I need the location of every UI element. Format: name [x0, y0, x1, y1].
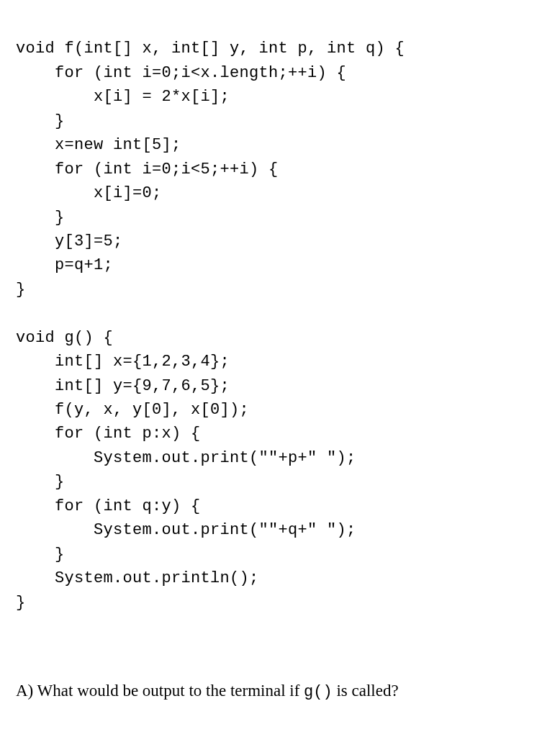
question-code-ref: g(): [304, 683, 333, 701]
code-line: void f(int[] x, int[] y, int p, int q) {: [16, 40, 405, 58]
code-line: x[i] = 2*x[i];: [16, 88, 230, 106]
code-line: for (int p:x) {: [16, 425, 201, 443]
code-line: System.out.println();: [16, 569, 259, 587]
code-block: void f(int[] x, int[] y, int p, int q) {…: [16, 13, 544, 615]
code-line: }: [16, 281, 26, 299]
code-line: System.out.print(""+q+" ");: [16, 521, 356, 539]
code-line: for (int i=0;i<5;++i) {: [16, 160, 279, 178]
code-line: for (int q:y) {: [16, 497, 201, 515]
code-line: }: [16, 594, 26, 612]
code-line: for (int i=0;i<x.length;++i) {: [16, 64, 346, 82]
code-line: p=q+1;: [16, 256, 113, 274]
code-line: y[3]=5;: [16, 232, 123, 250]
code-line: System.out.print(""+p+" ");: [16, 449, 356, 467]
question-prefix: A) What would be output to the terminal …: [16, 682, 304, 700]
code-line: }: [16, 546, 65, 564]
code-line: f(y, x, y[0], x[0]);: [16, 401, 249, 419]
code-line: void g() {: [16, 329, 113, 347]
question-suffix: is called?: [333, 682, 399, 700]
code-line: int[] y={9,7,6,5};: [16, 377, 230, 395]
question-text: A) What would be output to the terminal …: [16, 679, 544, 704]
code-line: }: [16, 209, 65, 227]
code-line: x=new int[5];: [16, 136, 181, 154]
code-line: int[] x={1,2,3,4};: [16, 353, 230, 371]
code-line: }: [16, 473, 65, 491]
code-line: }: [16, 112, 65, 130]
code-line: x[i]=0;: [16, 184, 162, 202]
